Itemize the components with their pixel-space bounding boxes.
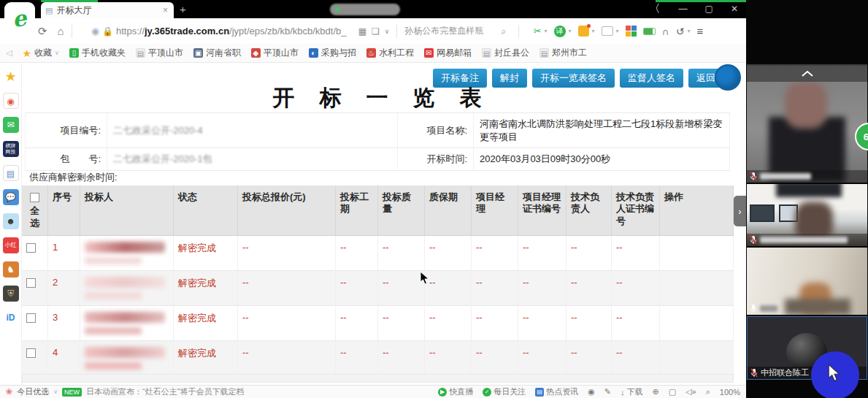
window-icon[interactable]: ▢ [669,387,676,397]
select-all-checkbox[interactable] [30,193,39,202]
quick-live-item[interactable]: ▶快直播 [438,386,473,397]
statusbar-right: ▶快直播 ✓每日关注 ▤热点资讯 ◉ ✎ ↓下载 ⊕ ▢ ◁» ⌕ 100% [438,386,740,397]
media-tool-icon[interactable] [602,26,613,36]
browser-tab[interactable]: ▤ 开标大厅 × [41,2,174,18]
zoom-level[interactable]: 100% [720,388,740,397]
chevron-down-icon: ▾ [592,28,595,34]
search-hotword[interactable]: 孙杨公布完整血样瓶 [404,25,501,37]
game-dark-icon[interactable]: ⛨ [3,286,19,302]
mic-muted-icon [750,235,757,245]
news-ticker[interactable]: 日本动画宣布：“灶石公主”将于会员下载定档 [86,386,244,397]
phone-favorites[interactable]: ▯ 手机收藏夹 [69,47,126,59]
bookmark-label: 手机收藏夹 [82,47,126,59]
status-cell: 解密完成 [174,271,238,306]
favorites-star-icon: ★ [22,47,31,59]
download-item[interactable]: ↓下载 [621,386,643,397]
xiaohongshu-icon[interactable]: 小红书 [3,237,19,253]
page-title: 开 标 一 览 表 [22,83,734,113]
chevron-down-icon: ▾ [569,28,572,34]
row-checkbox[interactable] [26,313,36,323]
game-orange-icon[interactable]: ♞ [3,261,19,278]
theme-skin-icon[interactable]: 🮤 [653,3,664,14]
collapse-tiles-bar[interactable] [747,64,867,82]
speaker-icon[interactable]: ◁» [685,387,696,397]
row-checkbox[interactable] [26,348,36,358]
cell-value: -- [612,236,660,271]
chevron-down-icon[interactable]: ∨ [385,28,390,35]
qr-code-icon[interactable]: ▦ [358,26,366,37]
video-tile-1[interactable] [747,66,867,183]
refresh-icon[interactable]: ⟳ [38,25,47,38]
minimize-button[interactable]: — [676,4,691,14]
screen: e ▤ 开标大厅 × + 🮤 — ▢ ✕ ‹ › ⟳ ⌂ ◉ 🔒 https:/… [0,0,868,398]
favorites-star-icon[interactable]: ★ [3,69,19,85]
horizontal-scrollbar[interactable] [22,374,734,383]
page-doc-icon: ▤ [45,6,53,15]
undo-icon[interactable]: ↺ [676,26,685,37]
today-pick-label[interactable]: 今日优选 [17,386,49,397]
bookmark-item[interactable]: ▣河南省职 [193,47,241,59]
tile-name-bar [747,170,867,183]
bookmark-item[interactable]: ✉网易邮箱 [424,47,472,59]
game-blue-icon[interactable]: ☻ [3,213,19,229]
id-app-icon[interactable]: iD [3,310,19,326]
notes-icon[interactable]: ▤ [3,165,19,181]
video-tile-3[interactable] [747,248,867,315]
home-icon[interactable]: ⌂ [58,25,64,38]
new-badge: NEW [62,388,82,397]
row-checkbox-cell [22,341,48,376]
weibo-icon[interactable]: ◉ [3,93,19,109]
zoom-search-icon[interactable]: ⌕ [706,387,710,397]
mouse-cursor [420,271,430,286]
url-field[interactable]: ◉ 🔒 https://jy.365trade.com.cn/jypt/eps/… [91,26,354,37]
col-header: 序号 [48,185,80,236]
battery-icon[interactable] [643,28,656,35]
phone-icon: ▯ [69,48,79,58]
favorites-menu[interactable]: ★ 收藏 ∨ [22,47,58,59]
site-icon: ◐ [309,48,318,58]
new-tab-button[interactable]: + [180,3,186,15]
today-pick-icon: ❀ [6,387,12,397]
window-frame [750,204,775,222]
daily-follow-item[interactable]: ✓每日关注 [483,386,526,397]
chevron-down-icon[interactable]: ∨ [53,389,58,395]
headset-icon[interactable]: ∩ [662,26,669,37]
bookmark-item[interactable]: ◆平顶山市 [251,47,299,59]
network-icon[interactable]: ⊕ [652,387,658,397]
scroll-right-chip[interactable]: › [734,196,746,226]
row-checkbox[interactable] [26,243,36,253]
bidders-table: 全选 序号 投标人 状态 投标总报价(元) 投标工期 投标质量 质保期 项目经理… [22,185,734,376]
col-header: 技术负责人 [566,185,612,236]
tile-name-bar [747,302,867,315]
translate-icon[interactable]: 译 [554,26,566,37]
search-icon[interactable]: ⌕ [501,26,506,37]
close-button[interactable]: ✕ [728,4,741,14]
screenshot-scissors-icon[interactable]: ✂ [534,26,542,37]
video-tile-2[interactable] [747,184,867,246]
wheel-icon[interactable]: ◉ [588,387,595,397]
messenger-icon[interactable]: 💬 [3,189,19,205]
apps-grid-icon[interactable] [626,26,637,37]
cell-value: -- [238,306,336,341]
snapshot-icon[interactable]: ❏ [372,26,380,37]
menu-icon[interactable]: ≡ [696,25,703,37]
hot-news-item[interactable]: ▤热点资讯 [535,386,578,397]
game-app-icon[interactable]: 棋牌网投 [3,141,19,157]
bookmark-item[interactable]: ◐采购与招 [309,47,356,59]
restore-button[interactable]: ▢ [702,4,716,14]
cell-value: -- [378,341,425,376]
bookmark-item[interactable]: ▤封丘县公 [482,47,529,59]
wallet-icon[interactable] [578,26,589,37]
bookmark-item[interactable]: ▤郑州市工 [539,47,587,59]
bookmark-item[interactable]: ▤平顶山市 [136,47,183,59]
browser-logo-icon[interactable]: e [4,2,35,34]
cell-value: -- [566,271,612,306]
mail-icon[interactable]: ✉ [3,117,19,133]
tab-close-icon[interactable]: × [161,5,169,15]
collapse-panel-icon[interactable]: ◁ [6,48,12,58]
cell-value: -- [518,271,566,306]
brush-icon[interactable]: ✎ [604,387,611,397]
row-checkbox[interactable] [26,278,36,288]
bookmark-item[interactable]: ♨水利工程 [366,47,414,59]
cell-value: -- [425,341,472,376]
